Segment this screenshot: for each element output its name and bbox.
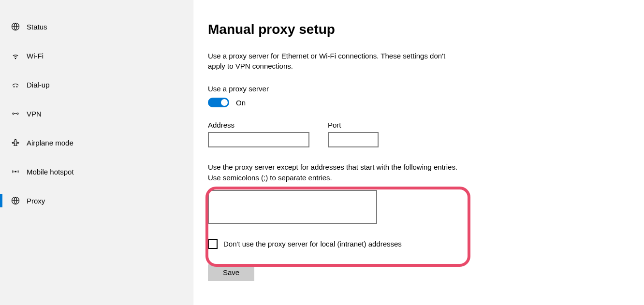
svg-point-2	[15, 58, 16, 59]
svg-point-5	[13, 113, 14, 115]
vpn-icon	[11, 109, 20, 118]
sidebar-item-wifi[interactable]: Wi-Fi	[0, 41, 193, 70]
use-proxy-toggle[interactable]	[208, 98, 229, 107]
sidebar-item-label: Airplane mode	[27, 139, 73, 147]
globe-icon	[11, 22, 20, 31]
port-label: Port	[328, 121, 379, 129]
sidebar-item-label: Status	[27, 23, 47, 31]
hotspot-icon	[11, 167, 20, 176]
port-field: Port	[328, 121, 379, 147]
sidebar-item-airplane[interactable]: Airplane mode	[0, 128, 193, 157]
exceptions-input[interactable]	[208, 190, 377, 224]
local-addresses-checkbox-row: Don't use the proxy server for local (in…	[208, 239, 644, 249]
local-addresses-checkbox-label: Don't use the proxy server for local (in…	[223, 240, 402, 248]
proxy-icon	[11, 196, 20, 205]
sidebar-item-label: Mobile hotspot	[27, 168, 74, 176]
svg-point-3	[14, 87, 15, 87]
svg-point-7	[15, 171, 16, 172]
save-button[interactable]: Save	[208, 264, 254, 281]
local-addresses-checkbox[interactable]	[208, 239, 218, 249]
proxy-description: Use a proxy server for Ethernet or Wi-Fi…	[208, 51, 450, 71]
address-input[interactable]	[208, 132, 309, 147]
sidebar-item-label: Dial-up	[27, 81, 50, 89]
dialup-icon	[11, 80, 20, 89]
use-proxy-label: Use a proxy server	[208, 85, 644, 93]
sidebar-item-label: Wi-Fi	[27, 52, 44, 60]
wifi-icon	[11, 51, 20, 60]
sidebar-item-status[interactable]: Status	[0, 12, 193, 41]
use-proxy-toggle-row: On	[208, 98, 644, 107]
sidebar-item-label: Proxy	[27, 197, 45, 205]
sidebar-item-vpn[interactable]: VPN	[0, 99, 193, 128]
svg-point-6	[17, 113, 18, 115]
airplane-icon	[11, 138, 20, 147]
svg-point-4	[16, 87, 17, 87]
address-label: Address	[208, 121, 309, 129]
address-field: Address	[208, 121, 309, 147]
port-input[interactable]	[328, 132, 379, 147]
sidebar-item-dialup[interactable]: Dial-up	[0, 70, 193, 99]
exceptions-label: Use the proxy server except for addresse…	[208, 162, 459, 183]
address-port-row: Address Port	[208, 121, 644, 147]
toggle-knob	[221, 99, 228, 106]
sidebar-item-proxy[interactable]: Proxy	[0, 186, 193, 215]
toggle-state-label: On	[236, 99, 246, 107]
main-content: Manual proxy setup Use a proxy server fo…	[193, 0, 644, 305]
sidebar-item-label: VPN	[27, 110, 42, 118]
sidebar-item-hotspot[interactable]: Mobile hotspot	[0, 157, 193, 186]
sidebar: Status Wi-Fi Dial-up VPN Airplane mode M…	[0, 0, 193, 305]
page-title: Manual proxy setup	[208, 22, 644, 37]
